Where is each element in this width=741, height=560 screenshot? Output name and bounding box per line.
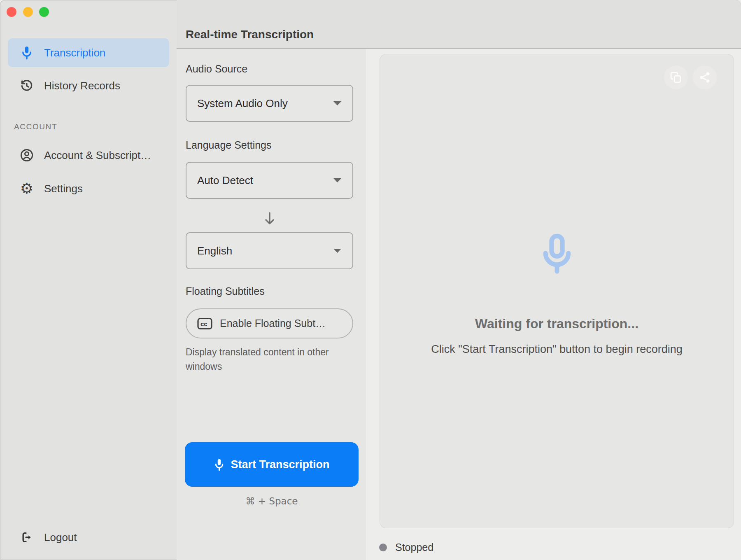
target-language-select[interactable]: English	[186, 232, 353, 269]
chevron-down-icon	[333, 248, 342, 253]
floating-subtitles-label: Floating Subtitles	[186, 285, 265, 297]
close-window-button[interactable]	[7, 7, 16, 17]
status-dot-icon	[379, 544, 387, 551]
sidebar-item-label: Transcription	[44, 47, 105, 59]
microphone-icon	[214, 458, 225, 471]
sidebar-item-label: Account & Subscript…	[44, 149, 151, 162]
header-divider	[177, 48, 741, 49]
floating-subtitles-description: Display translated content in other wind…	[186, 345, 359, 374]
language-settings-label: Language Settings	[186, 139, 272, 151]
arrow-down-icon	[262, 211, 277, 226]
start-shortcut-hint: ⌘ + Space	[185, 496, 359, 506]
minimize-window-button[interactable]	[23, 7, 33, 17]
waiting-subtitle: Click "Start Transcription" button to be…	[431, 343, 682, 356]
microphone-placeholder-icon	[539, 228, 575, 280]
gear-icon: ⚙	[19, 181, 34, 196]
sidebar-item-label: History Records	[44, 79, 120, 92]
sidebar-item-transcription[interactable]: Transcription	[8, 38, 169, 67]
enable-floating-subtitles-button[interactable]: cc Enable Floating Subt…	[186, 308, 353, 338]
sidebar-section-account: ACCOUNT	[14, 122, 57, 131]
audio-source-select[interactable]: System Audio Only	[186, 85, 353, 122]
sidebar-item-account-subscription[interactable]: Account & Subscript…	[8, 141, 169, 170]
logout-icon	[19, 530, 34, 545]
chevron-down-icon	[333, 101, 342, 106]
sidebar-item-settings[interactable]: ⚙ Settings	[8, 174, 169, 203]
audio-source-label: Audio Source	[186, 63, 247, 75]
source-language-select[interactable]: Auto Detect	[186, 162, 353, 199]
logout-button[interactable]: Logout	[8, 523, 169, 552]
start-transcription-button[interactable]: Start Transcription	[185, 442, 359, 487]
source-language-value: Auto Detect	[197, 174, 253, 187]
app-window: Transcription History Records ACCOUNT Ac…	[0, 0, 741, 560]
sidebar-item-label: Settings	[44, 182, 83, 195]
transcript-panel: Waiting for transcription... Click "Star…	[380, 54, 734, 528]
sidebar-item-history-records[interactable]: History Records	[8, 71, 169, 100]
target-language-value: English	[197, 245, 232, 257]
microphone-icon	[19, 45, 34, 60]
closed-captions-icon: cc	[197, 317, 212, 330]
logout-label: Logout	[44, 531, 77, 544]
chevron-down-icon	[333, 178, 342, 183]
svg-text:cc: cc	[200, 320, 207, 327]
history-icon	[19, 78, 34, 93]
waiting-title: Waiting for transcription...	[475, 316, 638, 331]
enable-floating-subtitles-label: Enable Floating Subt…	[220, 317, 326, 329]
audio-source-value: System Audio Only	[197, 97, 288, 110]
zoom-window-button[interactable]	[39, 7, 49, 17]
status-text: Stopped	[395, 541, 433, 553]
page-title: Real-time Transcription	[186, 28, 314, 41]
user-circle-icon	[19, 148, 34, 163]
status-bar: Stopped	[379, 541, 433, 553]
start-transcription-label: Start Transcription	[231, 458, 329, 471]
